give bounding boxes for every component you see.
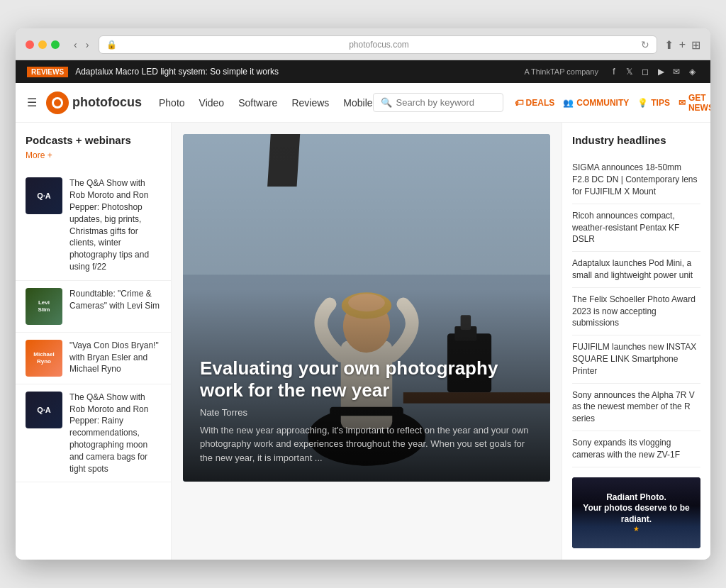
nav-news[interactable]: ✉ GET NEWS: [678, 93, 710, 113]
nav-reviews[interactable]: Reviews: [291, 97, 329, 109]
podcast-title-4: The Q&A Show with Rob Moroto and Ron Pep…: [69, 392, 161, 475]
headline-item[interactable]: Adaptalux launches Pod Mini, a small and…: [572, 252, 700, 288]
browser-action-buttons: ⬆ + ⊞: [664, 38, 700, 52]
headline-item[interactable]: Sony expands its vlogging cameras with t…: [572, 431, 700, 467]
ad-content: Radiant Photo.Your photos deserve to be …: [572, 487, 700, 539]
community-icon: 👥: [563, 98, 574, 108]
browser-controls: ‹ ›: [71, 38, 91, 52]
tips-icon: 💡: [637, 98, 648, 108]
list-item[interactable]: Q·A The Q&A Show with Rob Moroto and Ron…: [16, 170, 171, 280]
main-nav: ☰ photofocus Photo Video Software Review…: [16, 83, 710, 123]
hero-image: Evaluating your own photography work for…: [183, 134, 550, 482]
podcast-title-3: "Vaya Con Dios Bryan!" with Bryan Esler …: [69, 340, 161, 375]
traffic-lights: [26, 40, 60, 49]
left-sidebar: Podcasts + webinars More + Q·A The Q&A S…: [16, 123, 172, 559]
podcast-info-4: The Q&A Show with Rob Moroto and Ron Pep…: [69, 392, 161, 475]
podcast-thumbnail-4: Q·A: [26, 392, 62, 428]
sidebar-more-link[interactable]: More +: [16, 150, 171, 170]
logo-icon: [45, 91, 69, 115]
ad-banner[interactable]: Radiant Photo.Your photos deserve to be …: [572, 477, 700, 548]
podcast-thumbnail-2: LeviSlim: [26, 288, 62, 325]
sidebar-title: Podcasts + webinars: [16, 134, 171, 150]
search-icon: 🔍: [381, 97, 392, 108]
think-tap-text: A ThinkTAP company: [524, 67, 598, 76]
logo-text: photofocus: [72, 95, 142, 110]
url-display[interactable]: photofocus.com: [123, 40, 635, 50]
podcast-info-1: The Q&A Show with Rob Moroto and Ron Pep…: [69, 177, 161, 272]
headline-item[interactable]: Ricoh announces compact, weather-resista…: [572, 204, 700, 252]
mail-icon: ✉: [678, 98, 686, 108]
new-tab-icon[interactable]: +: [679, 38, 686, 52]
forward-button[interactable]: ›: [83, 38, 92, 52]
top-bar-right: A ThinkTAP company f 𝕏 ◻ ▶ ✉ ◈: [524, 65, 699, 79]
deals-icon: 🏷: [515, 98, 523, 108]
rss-icon[interactable]: ◈: [685, 65, 699, 79]
grid-icon[interactable]: ⊞: [691, 38, 700, 52]
minimize-button[interactable]: [38, 40, 47, 49]
right-sidebar-title: Industry headlines: [572, 134, 700, 146]
deals-label: DEALS: [526, 98, 555, 108]
nav-video[interactable]: Video: [199, 97, 225, 109]
headline-item[interactable]: Sony announces the Alpha 7R V as the new…: [572, 384, 700, 431]
podcast-info-2: Roundtable: "Crime & Cameras" with Levi …: [69, 288, 161, 325]
headline-item[interactable]: SIGMA announces 18-50mm F2.8 DC DN | Con…: [572, 156, 700, 204]
hero-excerpt: With the new year approaching, it's impo…: [200, 423, 533, 465]
svg-point-2: [54, 99, 61, 106]
ad-title: Radiant Photo.Your photos deserve to be …: [578, 492, 695, 526]
main-layout: Podcasts + webinars More + Q·A The Q&A S…: [16, 123, 710, 559]
hamburger-menu[interactable]: ☰: [27, 96, 37, 109]
close-button[interactable]: [26, 40, 34, 49]
list-item[interactable]: LeviSlim Roundtable: "Crime & Cameras" w…: [16, 281, 171, 333]
share-icon[interactable]: ⬆: [664, 38, 674, 52]
nav-mobile[interactable]: Mobile: [343, 97, 372, 109]
hero-author: Nate Torres: [200, 407, 533, 418]
email-icon[interactable]: ✉: [669, 65, 683, 79]
facebook-icon[interactable]: f: [607, 65, 621, 79]
back-button[interactable]: ‹: [71, 38, 80, 52]
list-item[interactable]: MichaelRyno "Vaya Con Dios Bryan!" with …: [16, 333, 171, 384]
podcast-info-3: "Vaya Con Dios Bryan!" with Bryan Esler …: [69, 340, 161, 377]
youtube-icon[interactable]: ▶: [654, 65, 668, 79]
instagram-icon[interactable]: ◻: [638, 65, 652, 79]
search-bar[interactable]: 🔍: [373, 93, 503, 112]
address-bar[interactable]: 🔒 photofocus.com ↻: [99, 35, 657, 54]
page-content: REVIEWS Adaptalux Macro LED light system…: [16, 60, 710, 559]
top-bar-news: Adaptalux Macro LED light system: So sim…: [75, 67, 279, 77]
headline-item[interactable]: The Felix Schoeller Photo Award 2023 is …: [572, 288, 700, 335]
nav-actions: 🏷 DEALS 👥 COMMUNITY 💡 TIPS ✉ GET NEWS: [515, 93, 710, 113]
browser-titlebar: ‹ › 🔒 photofocus.com ↻ ⬆ + ⊞: [16, 28, 710, 60]
podcast-thumbnail-3: MichaelRyno: [26, 340, 62, 377]
top-bar: REVIEWS Adaptalux Macro LED light system…: [16, 60, 710, 83]
nav-tips[interactable]: 💡 TIPS: [637, 98, 670, 108]
podcast-title-1: The Q&A Show with Rob Moroto and Ron Pep…: [69, 177, 161, 272]
headline-item[interactable]: FUJIFILM launches new INSTAX SQUARE LINK…: [572, 335, 700, 383]
tips-label: TIPS: [651, 98, 670, 108]
hero-article[interactable]: Evaluating your own photography work for…: [183, 134, 550, 482]
top-bar-left: REVIEWS Adaptalux Macro LED light system…: [27, 67, 279, 77]
site-logo[interactable]: photofocus: [45, 91, 142, 115]
nav-software[interactable]: Software: [238, 97, 277, 109]
nav-community[interactable]: 👥 COMMUNITY: [563, 98, 629, 108]
right-sidebar: Industry headlines SIGMA announces 18-50…: [562, 123, 710, 559]
news-label: GET NEWS: [688, 93, 710, 113]
reload-button[interactable]: ↻: [641, 39, 649, 50]
search-input[interactable]: [396, 97, 496, 108]
browser-window: ‹ › 🔒 photofocus.com ↻ ⬆ + ⊞ REVIEWS Ada…: [16, 28, 710, 559]
hero-headline: Evaluating your own photography work for…: [200, 357, 533, 401]
community-label: COMMUNITY: [576, 98, 629, 108]
fullscreen-button[interactable]: [51, 40, 60, 49]
podcast-thumbnail-1: Q·A: [26, 177, 62, 214]
hero-text-overlay: Evaluating your own photography work for…: [183, 340, 550, 482]
ad-icon: ★: [578, 525, 695, 533]
podcast-title-2: Roundtable: "Crime & Cameras" with Levi …: [69, 288, 161, 312]
twitter-icon[interactable]: 𝕏: [622, 65, 637, 79]
reviews-badge[interactable]: REVIEWS: [27, 67, 68, 77]
nav-photo[interactable]: Photo: [159, 97, 185, 109]
nav-deals[interactable]: 🏷 DEALS: [515, 98, 555, 108]
lock-icon: 🔒: [106, 40, 117, 50]
center-content: Evaluating your own photography work for…: [172, 123, 562, 559]
list-item[interactable]: Q·A The Q&A Show with Rob Moroto and Ron…: [16, 384, 171, 483]
nav-links: Photo Video Software Reviews Mobile: [159, 97, 373, 109]
